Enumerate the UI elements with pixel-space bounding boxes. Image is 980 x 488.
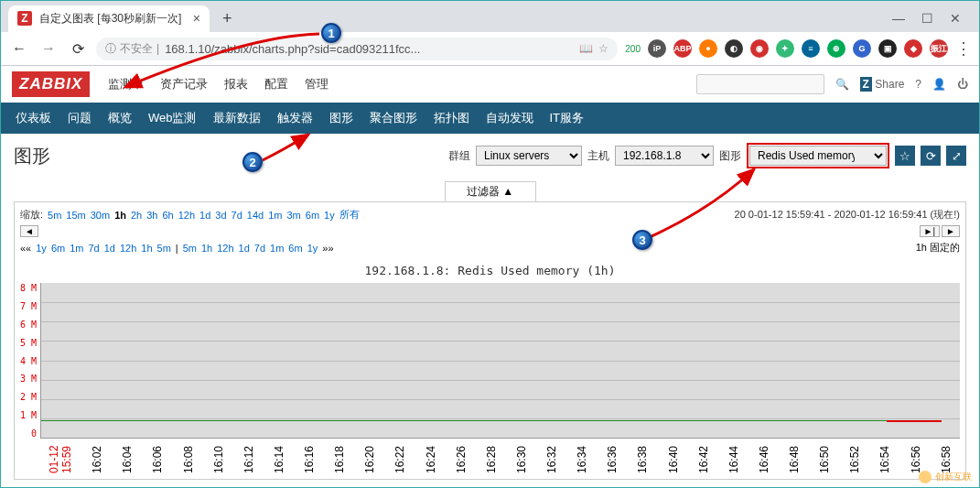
security-indicator[interactable]: ⓘ 不安全 | — [105, 41, 159, 57]
filter-toggle[interactable]: 过滤器 ▲ — [445, 181, 536, 201]
subnav-discovery[interactable]: 自动发现 — [486, 110, 533, 126]
shift-right-suffix: »» — [322, 243, 333, 254]
shift-l-1d[interactable]: 1d — [104, 243, 115, 254]
nav-next-button[interactable]: ► — [942, 225, 960, 237]
zoom-7d[interactable]: 7d — [232, 210, 242, 221]
shift-r-1m[interactable]: 1m — [270, 243, 284, 254]
share-link[interactable]: Z Share — [860, 78, 905, 91]
reload-button[interactable]: ⟳ — [67, 38, 89, 60]
annotation-badge-3: 3 — [632, 230, 652, 250]
shift-l-12h[interactable]: 12h — [120, 243, 136, 254]
ext-icon-6[interactable]: ≡ — [802, 39, 820, 58]
close-window-button[interactable]: ✕ — [950, 11, 961, 26]
reader-icon[interactable]: 📖 — [579, 42, 593, 55]
zoom-1d[interactable]: 1d — [199, 210, 210, 221]
host-select[interactable]: 192.168.1.8 — [615, 146, 714, 166]
shift-l-7d[interactable]: 7d — [88, 243, 99, 254]
subnav-it-services[interactable]: IT服务 — [550, 110, 585, 126]
zoom-14d[interactable]: 14d — [247, 210, 264, 221]
subnav-graphs[interactable]: 图形 — [329, 110, 353, 126]
shift-l-1m[interactable]: 1m — [70, 243, 83, 254]
help-icon[interactable]: ? — [915, 78, 921, 91]
shift-l-6m[interactable]: 6m — [51, 243, 65, 254]
user-icon[interactable]: 👤 — [932, 78, 946, 91]
zabbix-header: ZABBIX 监测中 资产记录 报表 配置 管理 🔍 Z Share ? 👤 ⏻ — [1, 66, 979, 103]
ext-icon-5[interactable]: ✦ — [776, 39, 794, 58]
nav-next-button-outer[interactable]: ►| — [920, 225, 941, 237]
shift-r-1y[interactable]: 1y — [307, 243, 318, 254]
adblock-icon[interactable]: ABP — [673, 39, 692, 58]
tab-close-icon[interactable]: × — [193, 11, 200, 26]
zoom-6m[interactable]: 6m — [306, 210, 319, 221]
nav-prev-button[interactable]: ◄ — [20, 225, 38, 237]
group-select[interactable]: Linux servers — [476, 146, 582, 166]
zoom-3m[interactable]: 3m — [287, 210, 301, 221]
subnav-screens[interactable]: 聚合图形 — [370, 110, 417, 126]
shift-r-5m[interactable]: 5m — [183, 243, 197, 254]
shift-l-5m[interactable]: 5m — [157, 243, 171, 254]
refresh-icon[interactable]: ⟳ — [921, 146, 941, 166]
zoom-3d[interactable]: 3d — [215, 210, 226, 221]
search-icon[interactable]: 🔍 — [835, 78, 849, 91]
zoom-1m[interactable]: 1m — [268, 210, 282, 221]
shift-r-1d[interactable]: 1d — [239, 243, 250, 254]
subnav-latest[interactable]: 最新数据 — [213, 110, 261, 126]
ext-icon-3[interactable]: ◐ — [725, 39, 743, 58]
time-nav-arrows: |◄ ◄ ►| ► — [20, 225, 960, 237]
logout-icon[interactable]: ⏻ — [957, 78, 968, 91]
subnav-problems[interactable]: 问题 — [68, 110, 92, 126]
search-input[interactable] — [696, 74, 824, 94]
ext-icon-1[interactable]: iP — [648, 39, 666, 58]
nav-monitoring[interactable]: 监测中 — [108, 76, 144, 92]
graph-select[interactable]: Redis Used memory — [749, 146, 887, 166]
shift-l-1h[interactable]: 1h — [141, 243, 152, 254]
favorite-icon[interactable]: ☆ — [895, 146, 915, 166]
zoom-all[interactable]: 所有 — [339, 208, 360, 222]
subnav-overview[interactable]: 概览 — [108, 110, 132, 126]
browser-tab[interactable]: Z 自定义图表 [每30秒刷新一次] × — [8, 5, 210, 32]
ext-badge[interactable]: 200 — [625, 44, 641, 54]
nav-inventory[interactable]: 资产记录 — [160, 76, 208, 92]
fullscreen-icon[interactable]: ⤢ — [946, 146, 966, 166]
zoom-1y[interactable]: 1y — [324, 210, 335, 221]
forward-button[interactable]: → — [38, 38, 59, 60]
ext-icon-2[interactable]: ● — [699, 39, 717, 58]
subnav-maps[interactable]: 拓扑图 — [434, 110, 469, 126]
minimize-button[interactable]: — — [892, 11, 905, 26]
bookmark-star-icon[interactable]: ☆ — [598, 42, 608, 55]
ext-translate-icon[interactable]: G — [853, 39, 871, 58]
window-controls: — ☐ ✕ — [892, 11, 972, 26]
zabbix-logo[interactable]: ZABBIX — [12, 71, 90, 97]
new-tab-button[interactable]: + — [215, 5, 240, 32]
zoom-1h-active[interactable]: 1h — [114, 210, 126, 221]
page-title: 图形 — [14, 144, 50, 168]
nav-config[interactable]: 配置 — [264, 76, 288, 92]
zoom-5m[interactable]: 5m — [48, 210, 61, 221]
shift-r-6m[interactable]: 6m — [288, 243, 302, 254]
subnav-dashboard[interactable]: 仪表板 — [16, 110, 51, 126]
zoom-30m[interactable]: 30m — [91, 210, 110, 221]
zoom-3h[interactable]: 3h — [146, 210, 157, 221]
subnav-triggers[interactable]: 触发器 — [277, 110, 313, 126]
subnav-web[interactable]: Web监测 — [148, 110, 197, 126]
nav-admin[interactable]: 管理 — [305, 76, 328, 92]
shift-r-1h[interactable]: 1h — [201, 243, 212, 254]
ext-terminal-icon[interactable]: ▣ — [878, 39, 897, 58]
zoom-12h[interactable]: 12h — [178, 210, 195, 221]
browser-menu-icon[interactable]: ⋮ — [955, 38, 972, 59]
profile-avatar[interactable]: 振江 — [930, 39, 948, 58]
back-button[interactable]: ← — [8, 38, 30, 60]
nav-reports[interactable]: 报表 — [224, 76, 248, 92]
zoom-2h[interactable]: 2h — [131, 210, 142, 221]
chart-grid[interactable] — [40, 283, 960, 439]
ext-icon-4[interactable]: ◉ — [750, 39, 769, 58]
zoom-15m[interactable]: 15m — [66, 210, 85, 221]
ext-icon-8[interactable]: ◆ — [904, 39, 922, 58]
shift-r-12h[interactable]: 12h — [217, 243, 233, 254]
shift-l-1y[interactable]: 1y — [36, 243, 47, 254]
zoom-6h[interactable]: 6h — [163, 210, 174, 221]
ext-icon-7[interactable]: ⊕ — [827, 39, 845, 58]
address-bar[interactable]: ⓘ 不安全 | 168.1.10/zabbix/charts.php?sid=c… — [96, 38, 618, 60]
maximize-button[interactable]: ☐ — [921, 11, 933, 26]
shift-r-7d[interactable]: 7d — [254, 243, 265, 254]
